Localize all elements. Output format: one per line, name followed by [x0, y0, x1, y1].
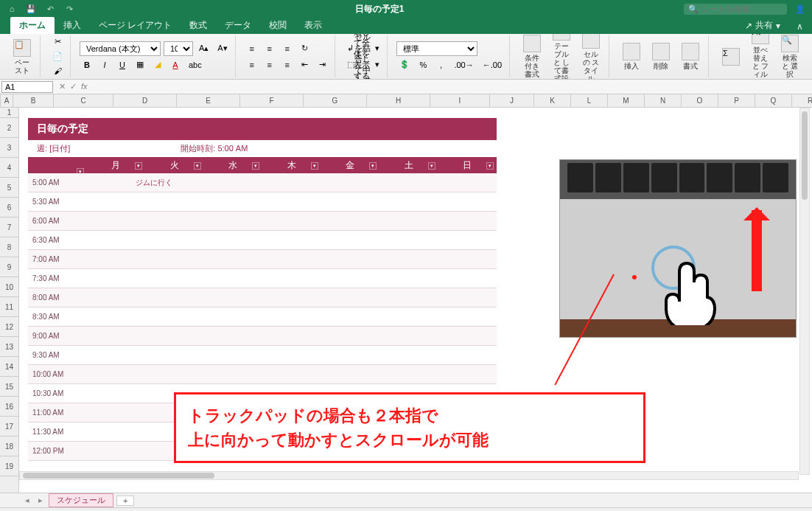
tab-home[interactable]: ホーム — [10, 17, 55, 34]
filter-dropdown-icon[interactable]: ▾ — [311, 162, 318, 170]
add-sheet-button[interactable]: + — [116, 496, 134, 506]
cut-icon[interactable]: ✂ — [49, 35, 66, 49]
col-header-F[interactable]: F — [240, 94, 304, 107]
tab-insert[interactable]: 挿入 — [55, 17, 90, 34]
col-header-R[interactable]: R — [792, 94, 812, 107]
day-header[interactable]: 金▾ — [321, 159, 380, 172]
align-left-icon[interactable]: ≡ — [245, 58, 259, 72]
day-header[interactable]: 水▾ — [204, 159, 263, 172]
row-header-15[interactable]: 15 — [0, 377, 18, 397]
sheet-search-input[interactable] — [701, 4, 783, 13]
sheet-tab[interactable]: スケジュール — [49, 493, 113, 507]
copy-icon[interactable]: 📄 — [49, 50, 66, 63]
col-header-L[interactable]: L — [571, 94, 608, 107]
col-header-B[interactable]: B — [13, 94, 54, 107]
schedule-row[interactable]: 6:00 AM — [28, 212, 497, 231]
autosum-button[interactable]: Σ — [718, 46, 744, 67]
filter-dropdown-icon[interactable]: ▾ — [486, 162, 494, 170]
underline-button[interactable]: U — [115, 58, 130, 72]
paste-button[interactable]: 📋 ペースト — [9, 38, 35, 76]
v-scroll-thumb[interactable] — [802, 111, 808, 200]
col-header-N[interactable]: N — [645, 94, 682, 107]
conditional-format-button[interactable]: 条件付き 書式 — [519, 34, 545, 80]
find-select-button[interactable]: 🔍検索と 選択 — [777, 34, 803, 80]
filter-dropdown-icon[interactable]: ▾ — [135, 162, 142, 170]
bold-button[interactable]: B — [80, 58, 94, 72]
schedule-row[interactable]: 7:00 AM — [28, 250, 497, 269]
tab-review[interactable]: 校閲 — [260, 17, 295, 34]
align-middle-icon[interactable]: ≡ — [262, 41, 277, 56]
col-header-P[interactable]: P — [718, 94, 755, 107]
schedule-row[interactable]: 10:00 AM — [28, 365, 497, 384]
dec-decimal-icon[interactable]: ←.00 — [480, 58, 505, 72]
col-header-I[interactable]: I — [430, 94, 490, 107]
row-header-5[interactable]: 5 — [0, 178, 18, 198]
schedule-row[interactable]: 5:00 AMジムに行く — [28, 173, 497, 192]
col-header-O[interactable]: O — [682, 94, 718, 107]
align-center-icon[interactable]: ≡ — [262, 58, 277, 72]
format-as-table-button[interactable]: テーブルと して書式設定 — [548, 34, 575, 80]
filter-dropdown-icon[interactable]: ▾ — [428, 162, 435, 170]
row-header-16[interactable]: 16 — [0, 397, 18, 417]
row-header-14[interactable]: 14 — [0, 357, 18, 377]
col-header-C[interactable]: C — [54, 94, 113, 107]
help-button[interactable]: ∧ — [788, 19, 812, 34]
sheet-nav-next-icon[interactable]: ▸ — [35, 496, 46, 505]
save-icon[interactable]: 💾 — [25, 3, 37, 15]
tab-data[interactable]: データ — [216, 17, 260, 34]
currency-icon[interactable]: 💲 — [396, 58, 413, 72]
filter-dropdown-icon[interactable]: ▾ — [252, 162, 259, 170]
row-header-12[interactable]: 12 — [0, 317, 18, 337]
col-header-Q[interactable]: Q — [755, 94, 792, 107]
schedule-row[interactable]: 5:30 AM — [28, 192, 497, 212]
indent-dec-icon[interactable]: ⇤ — [298, 58, 312, 72]
row-header-19[interactable]: 19 — [0, 456, 18, 476]
col-header-K[interactable]: K — [534, 94, 571, 107]
row-header-9[interactable]: 9 — [0, 257, 18, 277]
filter-dropdown-icon[interactable]: ▾ — [77, 168, 84, 175]
row-header-13[interactable]: 13 — [0, 337, 18, 357]
row-header-10[interactable]: 10 — [0, 277, 18, 297]
font-name-select[interactable]: Verdana (本文) — [80, 41, 161, 56]
sort-filter-button[interactable]: A↓並べ替えと フィルター — [747, 34, 774, 80]
schedule-row[interactable]: 9:30 AM — [28, 346, 497, 365]
merge-center-button[interactable]: ⬚ セルを結合して中央揃え ▾ — [344, 58, 383, 72]
orientation-icon[interactable]: ↻ — [298, 41, 312, 56]
filter-dropdown-icon[interactable]: ▾ — [369, 162, 377, 170]
col-header-M[interactable]: M — [608, 94, 645, 107]
cell-styles-button[interactable]: セルの スタイル — [578, 34, 604, 80]
tab-formulas[interactable]: 数式 — [181, 17, 216, 34]
redo-icon[interactable]: ↷ — [63, 3, 75, 15]
enter-fx-icon[interactable]: ✓ — [70, 82, 77, 91]
cancel-fx-icon[interactable]: ✕ — [59, 82, 66, 91]
col-header-J[interactable]: J — [490, 94, 534, 107]
percent-icon[interactable]: % — [416, 58, 430, 72]
day-header[interactable]: 土▾ — [379, 159, 438, 172]
horizontal-scrollbar[interactable] — [19, 471, 799, 480]
indent-inc-icon[interactable]: ⇥ — [315, 58, 330, 72]
row-header-17[interactable]: 17 — [0, 417, 18, 437]
delete-cells-button[interactable]: 削除 — [648, 41, 674, 72]
schedule-row[interactable]: 9:00 AM — [28, 327, 497, 346]
schedule-row[interactable]: 8:00 AM — [28, 288, 497, 307]
share-button[interactable]: ↗ 共有 ▾ — [738, 17, 788, 34]
day-header[interactable]: 木▾ — [262, 159, 321, 172]
name-box[interactable]: A1 — [1, 81, 53, 93]
day-header[interactable]: 月▾ — [87, 159, 146, 172]
align-top-icon[interactable]: ≡ — [245, 41, 259, 56]
sheet-search[interactable]: 🔍 — [684, 4, 787, 15]
number-format-select[interactable]: 標準 — [396, 41, 477, 56]
italic-button[interactable]: I — [97, 58, 112, 72]
row-header-7[interactable]: 7 — [0, 218, 18, 237]
font-color-icon[interactable]: A — [168, 58, 183, 72]
home-icon[interactable]: ⌂ — [6, 3, 18, 15]
sheet-nav-prev-icon[interactable]: ◂ — [22, 496, 32, 505]
vertical-scrollbar[interactable] — [799, 108, 810, 475]
col-header-H[interactable]: H — [367, 94, 430, 107]
increase-font-icon[interactable]: A▴ — [196, 41, 211, 56]
comma-icon[interactable]: , — [433, 58, 448, 72]
col-header-G[interactable]: G — [304, 94, 367, 107]
schedule-row[interactable]: 7:30 AM — [28, 269, 497, 288]
user-icon[interactable]: 👤 — [794, 3, 806, 15]
format-cells-button[interactable]: 書式 — [677, 41, 704, 72]
